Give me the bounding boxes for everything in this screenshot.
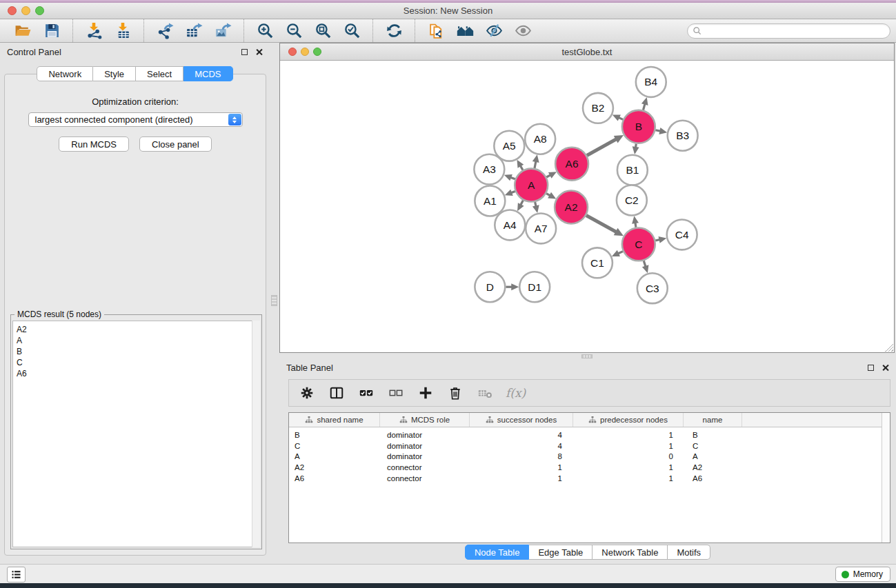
export-image-icon[interactable] [212, 21, 233, 41]
search-input[interactable] [702, 26, 875, 36]
table-cell: 1 [470, 463, 573, 472]
resize-grip-icon[interactable] [885, 343, 893, 352]
save-session-icon[interactable] [41, 21, 62, 41]
close-panel-icon[interactable] [255, 48, 263, 56]
optimization-criterion-select[interactable]: largest connected component (directed) [28, 112, 243, 127]
table-row[interactable]: A6connector11A6 [289, 473, 890, 484]
table-scrollbar[interactable] [882, 413, 890, 543]
mcds-result-item[interactable]: A2 [17, 324, 259, 335]
graph-node-A3[interactable]: A3 [474, 154, 504, 185]
graph-edge[interactable] [587, 139, 617, 155]
net-minimize-button[interactable] [301, 48, 309, 56]
memory-button[interactable]: Memory [835, 567, 890, 582]
table-row[interactable]: Cdominator41C [289, 440, 890, 452]
graph-node-B[interactable]: B [622, 110, 655, 143]
tab-mcds[interactable]: MCDS [183, 66, 232, 81]
export-network-icon[interactable] [155, 21, 175, 41]
delete-column-trash-icon[interactable] [446, 384, 464, 402]
table-settings-gear-icon[interactable] [298, 384, 316, 402]
mcds-result-item[interactable]: C [17, 357, 259, 368]
result-scrollbar[interactable] [252, 321, 260, 547]
graph-node-B4[interactable]: B4 [636, 67, 666, 97]
tab-node-table[interactable]: Node Table [465, 545, 530, 560]
minimize-window-button[interactable] [21, 6, 30, 15]
column-header-shared-name[interactable]: shared name [289, 413, 380, 427]
graph-node-B3[interactable]: B3 [668, 121, 698, 151]
graph-node-A7[interactable]: A7 [526, 213, 556, 243]
eye-icon[interactable] [512, 21, 533, 41]
graph-node-C3[interactable]: C3 [637, 273, 668, 303]
vertical-splitter-grip[interactable] [271, 295, 277, 306]
mcds-result-item[interactable]: B [17, 346, 259, 357]
table-row[interactable]: Adominator80A [289, 452, 890, 463]
close-window-button[interactable] [8, 6, 17, 15]
tab-edge-table[interactable]: Edge Table [529, 545, 593, 560]
graph-node-C[interactable]: C [622, 227, 655, 261]
network-window-titlebar[interactable]: testGlobe.txt [280, 43, 894, 61]
graph-node-A4[interactable]: A4 [495, 210, 525, 240]
refresh-icon[interactable] [384, 21, 404, 41]
float-panel-icon[interactable] [868, 365, 874, 371]
export-table-icon[interactable] [183, 21, 204, 41]
run-mcds-button[interactable]: Run MCDS [59, 136, 129, 152]
tab-select[interactable]: Select [136, 66, 183, 81]
zoom-out-icon[interactable] [283, 21, 304, 41]
node-table: shared name MCDS role successor nodes pr… [288, 412, 890, 543]
add-column-icon[interactable] [417, 384, 435, 402]
network-graph[interactable]: B4B2BB3A8A5A6A3B1AA1C2A2A4A7C4CC1C3DD1 [280, 61, 894, 352]
column-header-predecessor-nodes[interactable]: predecessor nodes [573, 413, 684, 427]
close-panel-button[interactable]: Close panel [139, 136, 212, 152]
tab-style[interactable]: Style [93, 66, 136, 81]
zoom-in-icon[interactable] [255, 21, 275, 41]
graph-node-A2[interactable]: A2 [555, 191, 588, 224]
hide-show-graphics-icon[interactable] [484, 21, 504, 41]
delete-table-icon[interactable] [476, 384, 494, 402]
select-all-icon[interactable] [357, 384, 375, 402]
home-views-icon[interactable] [455, 21, 475, 41]
graph-node-C2[interactable]: C2 [617, 185, 647, 216]
net-close-button[interactable] [288, 48, 297, 56]
tab-network-table[interactable]: Network Table [593, 545, 668, 560]
graph-node-A[interactable]: A [515, 169, 548, 202]
import-network-icon[interactable] [83, 21, 104, 41]
tab-network[interactable]: Network [37, 66, 93, 81]
graph-node-D1[interactable]: D1 [519, 272, 550, 302]
column-header-successor-nodes[interactable]: successor nodes [470, 413, 573, 427]
graph-node-C4[interactable]: C4 [667, 219, 697, 250]
mcds-result-list[interactable]: A2ABCA6 [12, 321, 260, 547]
close-panel-icon[interactable] [882, 364, 889, 372]
graph-node-B1[interactable]: B1 [617, 155, 648, 185]
graph-node-A6[interactable]: A6 [555, 148, 588, 181]
search-box[interactable] [687, 23, 890, 39]
zoom-fit-icon[interactable] [312, 21, 333, 41]
column-header-name[interactable]: name [684, 413, 742, 427]
mcds-result-item[interactable]: A [17, 335, 259, 346]
table-row[interactable]: Bdominator41B [289, 429, 890, 440]
status-bar: Memory [0, 564, 896, 583]
graph-node-A1[interactable]: A1 [475, 186, 505, 216]
net-zoom-button[interactable] [313, 48, 321, 56]
import-table-icon[interactable] [112, 21, 133, 41]
graph-node-C1[interactable]: C1 [582, 247, 613, 278]
float-panel-icon[interactable] [241, 49, 248, 55]
network-snapshot-icon[interactable] [426, 21, 446, 41]
graph-node-D[interactable]: D [475, 272, 505, 302]
zoom-window-button[interactable] [35, 6, 44, 15]
network-canvas[interactable]: B4B2BB3A8A5A6A3B1AA1C2A2A4A7C4CC1C3DD1 [280, 61, 894, 352]
table-cell: 1 [573, 463, 684, 472]
open-session-icon[interactable] [12, 21, 33, 41]
graph-edge[interactable] [586, 216, 617, 233]
table-cell: A [684, 452, 742, 460]
graph-node-B2[interactable]: B2 [583, 93, 613, 123]
zoom-selected-icon[interactable] [341, 21, 362, 41]
tab-motifs[interactable]: Motifs [668, 545, 710, 560]
graph-edge-arrow-icon [633, 146, 639, 154]
task-history-button[interactable] [7, 567, 26, 582]
mcds-result-item[interactable]: A6 [17, 368, 259, 379]
column-header-mcds-role[interactable]: MCDS role [380, 413, 470, 427]
graph-node-A8[interactable]: A8 [525, 124, 555, 154]
show-columns-icon[interactable] [328, 384, 346, 402]
table-cell: dominator [380, 452, 470, 460]
deselect-all-icon[interactable] [387, 384, 405, 402]
table-row[interactable]: A2connector11A2 [289, 462, 890, 473]
